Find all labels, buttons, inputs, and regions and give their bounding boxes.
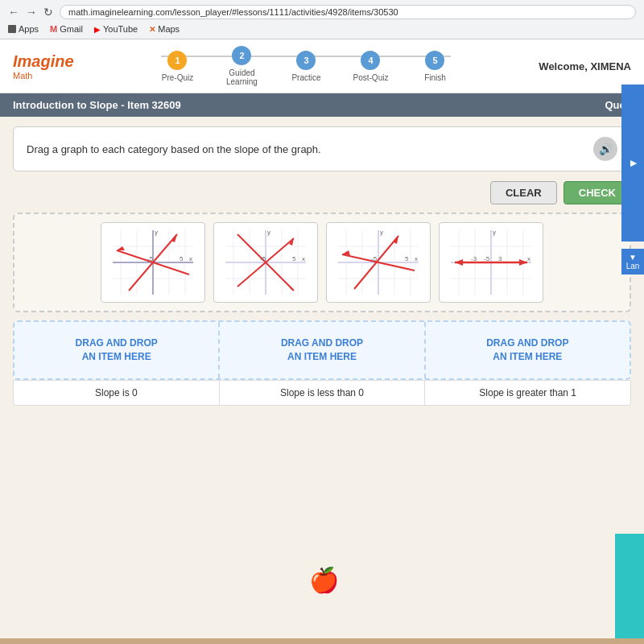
svg-text:-5: -5 — [147, 255, 154, 262]
graph-svg-1: y x -5 5 — [109, 226, 197, 299]
lang-arrow: ▼ — [629, 253, 637, 262]
step-5-circle: 5 — [425, 51, 444, 70]
audio-button[interactable]: 🔊 — [593, 137, 617, 161]
drop-zone-2[interactable]: DRAG AND DROPAN ITEM HERE — [220, 322, 425, 378]
instruction-box: Drag a graph to each category based on t… — [13, 126, 631, 171]
step-2[interactable]: 2 GuidedLearning — [209, 46, 274, 86]
step-3[interactable]: 3 Practice — [274, 51, 338, 82]
drop-zone-3-text: DRAG AND DROPAN ITEM HERE — [486, 336, 568, 364]
step-4-circle: 4 — [361, 51, 380, 70]
apple-decoration: 🍎 — [309, 566, 339, 594]
app-header: Imagine Math 1 Pre-Quiz 2 GuidedLearning… — [0, 39, 644, 93]
item-title: Introduction to Slope - Item 32609 — [13, 99, 181, 111]
step-2-label: GuidedLearning — [226, 68, 258, 86]
action-buttons: CLEAR CHECK — [13, 181, 631, 204]
refresh-button[interactable]: ↻ — [43, 6, 53, 19]
graph-svg-4: y x -5 -3 3 — [447, 226, 535, 299]
graph-card-1[interactable]: y x -5 5 — [101, 222, 205, 303]
drop-zone-1-text: DRAG AND DROPAN ITEM HERE — [76, 336, 158, 364]
svg-text:3: 3 — [498, 255, 502, 262]
svg-marker-27 — [287, 284, 294, 291]
bookmark-youtube[interactable]: ▶ YouTube — [94, 24, 138, 34]
svg-text:5: 5 — [292, 255, 296, 262]
svg-text:-3: -3 — [471, 255, 477, 262]
apps-icon — [8, 25, 16, 33]
svg-text:x: x — [415, 255, 418, 262]
drop-category-container: DRAG AND DROPAN ITEM HERE DRAG AND DROPA… — [13, 320, 631, 406]
step-1-circle: 1 — [167, 51, 187, 70]
graphs-area: y x -5 5 — [13, 213, 631, 312]
svg-text:5: 5 — [180, 255, 184, 262]
svg-text:y: y — [493, 229, 496, 236]
bookmarks-bar: Apps M Gmail ▶ YouTube ✕ Maps — [8, 23, 636, 35]
bookmark-apps[interactable]: Apps — [8, 24, 39, 34]
forward-button[interactable]: → — [26, 6, 37, 19]
bookmark-maps[interactable]: ✕ Maps — [149, 24, 180, 34]
step-1-label: Pre-Quiz — [162, 73, 193, 82]
graph-svg-2: y x -5 5 — [221, 226, 310, 299]
step-3-label: Practice — [291, 73, 320, 82]
svg-marker-11 — [171, 234, 177, 242]
graph-card-2[interactable]: y x -5 5 — [213, 222, 318, 303]
item-title-bar: Introduction to Slope - Item 32609 Ques — [0, 93, 644, 117]
logo-math: Math — [13, 71, 74, 80]
step-4[interactable]: 4 Post-Quiz — [338, 51, 402, 82]
svg-text:-5: -5 — [260, 255, 266, 262]
step-4-label: Post-Quiz — [353, 73, 389, 82]
drop-zone-3[interactable]: DRAG AND DROPAN ITEM HERE — [426, 322, 630, 378]
youtube-icon: ▶ — [94, 25, 101, 34]
svg-text:y: y — [155, 229, 158, 236]
gmail-icon: M — [50, 24, 57, 34]
right-panel-blue[interactable]: ▼ — [621, 85, 644, 242]
right-panel-arrow: ▼ — [626, 158, 639, 169]
graph-card-3[interactable]: y x -5 5 — [326, 222, 431, 303]
svg-text:y: y — [267, 229, 270, 236]
step-5-label: Finish — [424, 73, 446, 82]
browser-nav: ← → ↻ math.imaginelearning.com/lesson_pl… — [8, 5, 636, 19]
welcome-text: Welcome, XIMENA — [539, 60, 631, 72]
app-container: Imagine Math 1 Pre-Quiz 2 GuidedLearning… — [0, 39, 644, 638]
lang-label: Lan — [626, 262, 640, 270]
logo-imagine: Imagine — [13, 52, 74, 71]
main-content: Drag a graph to each category based on t… — [0, 117, 644, 415]
instruction-text: Drag a graph to each category based on t… — [27, 143, 321, 155]
progress-steps: 1 Pre-Quiz 2 GuidedLearning 3 Practice 4… — [145, 46, 467, 86]
step-5[interactable]: 5 Finish — [402, 51, 467, 82]
clear-button[interactable]: CLEAR — [490, 181, 557, 204]
graph-card-4[interactable]: y x -5 -3 3 — [439, 222, 543, 303]
svg-text:5: 5 — [405, 255, 409, 262]
address-bar[interactable]: math.imaginelearning.com/lesson_player/#… — [60, 5, 636, 19]
category-label-1: Slope is 0 — [14, 381, 220, 405]
drop-zone-1[interactable]: DRAG AND DROPAN ITEM HERE — [14, 322, 220, 378]
category-labels: Slope is 0 Slope is less than 0 Slope is… — [13, 380, 631, 406]
svg-text:-5: -5 — [371, 255, 378, 262]
step-1[interactable]: 1 Pre-Quiz — [145, 51, 209, 82]
drop-zones-area: DRAG AND DROPAN ITEM HERE DRAG AND DROPA… — [13, 320, 631, 380]
maps-icon: ✕ — [149, 25, 155, 34]
browser-chrome: ← → ↻ math.imaginelearning.com/lesson_pl… — [0, 0, 644, 39]
back-button[interactable]: ← — [8, 6, 19, 19]
svg-text:-5: -5 — [484, 255, 490, 262]
logo-area: Imagine Math — [13, 52, 74, 80]
svg-text:x: x — [189, 255, 192, 262]
category-label-2: Slope is less than 0 — [220, 381, 426, 405]
svg-text:y: y — [380, 229, 383, 236]
step-2-circle: 2 — [232, 46, 251, 65]
category-label-3: Slope is greater than 1 — [425, 381, 630, 405]
graph-svg-3: y x -5 5 — [334, 226, 423, 299]
svg-text:x: x — [527, 255, 530, 262]
svg-text:x: x — [302, 255, 305, 262]
lang-panel[interactable]: ▼ Lan — [621, 249, 644, 275]
teal-panel — [615, 534, 644, 638]
bookmark-gmail[interactable]: M Gmail — [50, 24, 83, 34]
drop-zone-2-text: DRAG AND DROPAN ITEM HERE — [281, 336, 363, 364]
step-3-circle: 3 — [296, 51, 316, 70]
